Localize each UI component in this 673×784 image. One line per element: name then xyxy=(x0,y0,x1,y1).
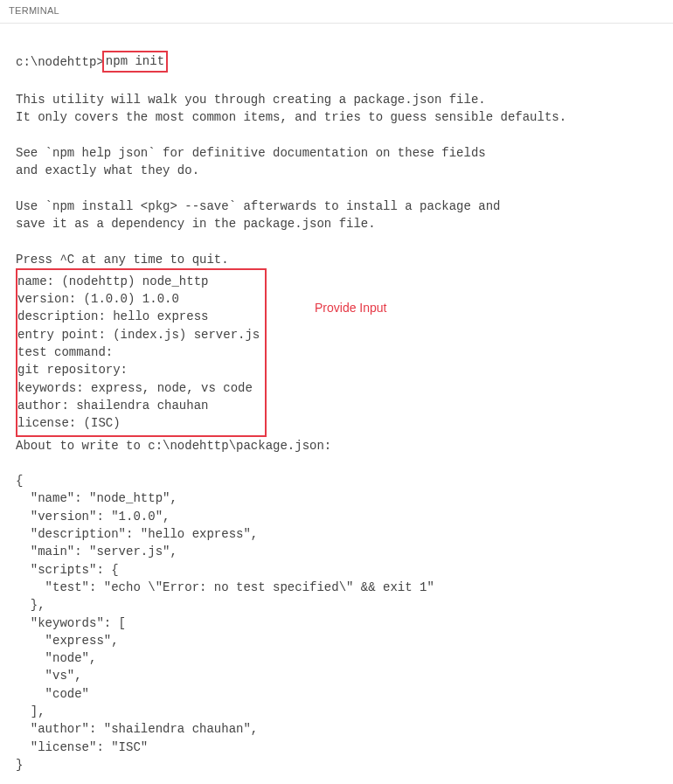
input-description: description: hello express xyxy=(17,309,208,323)
terminal-tab-label[interactable]: TERMINAL xyxy=(9,5,59,16)
input-author: author: shailendra chauhan xyxy=(17,399,208,413)
input-keywords: keywords: express, node, vs code xyxy=(17,381,253,395)
intro-line-2: It only covers the most common items, an… xyxy=(16,110,566,124)
input-highlight-box: name: (nodehttp) node_http version: (1.0… xyxy=(16,268,267,437)
input-name: name: (nodehttp) node_http xyxy=(17,274,208,288)
intro-line-4: and exactly what they do. xyxy=(16,163,199,177)
intro-line-3: See `npm help json` for definitive docum… xyxy=(16,146,486,160)
input-git: git repository: xyxy=(17,363,128,377)
command-highlight: npm init xyxy=(102,51,168,72)
json-output: { "name": "node_http", "version": "1.0.0… xyxy=(16,474,434,772)
intro-line-7: Press ^C at any time to quit. xyxy=(16,253,229,267)
intro-line-1: This utility will walk you through creat… xyxy=(16,93,486,107)
terminal-header: TERMINAL xyxy=(0,0,673,24)
intro-line-5: Use `npm install <pkg> --save` afterward… xyxy=(16,199,501,213)
input-entry: entry point: (index.js) server.js xyxy=(17,328,260,342)
input-license: license: (ISC) xyxy=(17,416,121,430)
input-test: test command: xyxy=(17,345,113,359)
about-line: About to write to c:\nodehttp\package.js… xyxy=(16,439,331,453)
intro-line-6: save it as a dependency in the package.j… xyxy=(16,217,376,231)
input-version: version: (1.0.0) 1.0.0 xyxy=(17,292,179,306)
terminal-body[interactable]: c:\nodehttp>npm init This utility will w… xyxy=(0,24,673,784)
annotation-label: Provide Input xyxy=(315,299,387,316)
prompt-path: c:\nodehttp> xyxy=(16,55,104,69)
command-text: npm init xyxy=(106,54,164,68)
